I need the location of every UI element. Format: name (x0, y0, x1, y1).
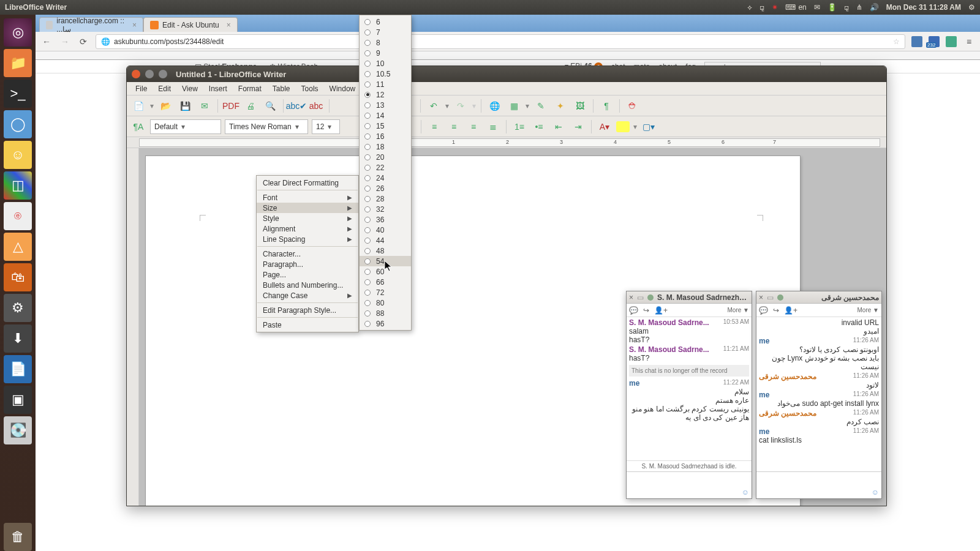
chat-more-button[interactable]: More ▼ (728, 307, 749, 313)
menu-format[interactable]: Format (233, 83, 266, 94)
window-close-button[interactable] (132, 70, 140, 78)
ctx-clear-formatting[interactable]: Clear Direct Formatting (257, 178, 358, 188)
address-bar[interactable]: 🌐 askubuntu.com/posts/234488/edit ☆ (96, 34, 905, 49)
emoji-icon[interactable]: ☺ (872, 488, 879, 497)
chromium-icon[interactable]: ◯ (4, 110, 32, 138)
extension-icon[interactable] (911, 36, 922, 47)
styles-icon[interactable]: ¶A (130, 119, 146, 135)
hyperlink-icon[interactable]: 🌐 (486, 98, 502, 114)
save-icon[interactable]: 💾 (177, 98, 193, 114)
preview-icon[interactable]: 🔍 (262, 98, 278, 114)
session-icon[interactable]: ⚙ (968, 3, 975, 12)
size-option-40[interactable]: 40 (360, 225, 411, 235)
ctx-page[interactable]: Page... (257, 269, 358, 280)
email-icon[interactable]: ✉ (197, 98, 213, 114)
size-option-11[interactable]: 11 (360, 79, 411, 89)
size-option-44[interactable]: 44 (360, 235, 411, 246)
dash-icon[interactable]: ◎ (4, 18, 32, 47)
ctx-font[interactable]: Font▶ (257, 192, 358, 203)
size-option-32[interactable]: 32 (360, 204, 411, 214)
chat-header[interactable]: × ▭ S. M. Masoud Sadrnezhaad (627, 291, 752, 304)
menu-table[interactable]: Table (268, 83, 295, 94)
size-option-66[interactable]: 66 (360, 277, 411, 287)
draw-icon[interactable]: ✎ (533, 98, 549, 114)
chat-bubble-icon[interactable]: 💬 (629, 306, 638, 315)
settings-icon[interactable]: ⚙ (4, 294, 32, 322)
files-icon[interactable]: 📁 (4, 49, 32, 77)
chat-add-icon[interactable]: 👤+ (654, 306, 668, 315)
dropbox-icon[interactable]: ⟡ (747, 3, 752, 12)
autospell-icon[interactable]: abc (308, 98, 324, 114)
ctx-edit-para-style[interactable]: Edit Paragraph Style... (257, 305, 358, 315)
chat-close-icon[interactable]: × (629, 293, 633, 302)
wifi-icon[interactable]: ⋔ (856, 3, 862, 12)
size-option-6[interactable]: 6 (360, 17, 411, 27)
size-option-24[interactable]: 24 (360, 173, 411, 183)
tab-close-icon[interactable]: × (227, 21, 231, 29)
chat-messages[interactable]: invalid URLامیدوme11:26 AMاوبونتو نصب کر… (756, 317, 881, 471)
increase-indent-icon[interactable]: ⇥ (570, 119, 586, 135)
help-icon[interactable]: ⛑ (625, 98, 641, 114)
chat-call-icon[interactable]: ↪ (773, 306, 779, 315)
decrease-indent-icon[interactable]: ⇤ (551, 119, 567, 135)
ctx-paste[interactable]: Paste (257, 320, 358, 330)
highlight-icon[interactable] (616, 121, 630, 132)
bluetooth2-icon[interactable]: ⚼ (844, 3, 849, 12)
size-option-10[interactable]: 10 (360, 58, 411, 69)
ctx-size[interactable]: Size▶ (257, 203, 358, 213)
terminal-icon[interactable]: >_ (4, 80, 32, 108)
bg-color-icon[interactable]: ▢▾ (641, 119, 657, 135)
size-option-36[interactable]: 36 (360, 214, 411, 225)
clock[interactable]: Mon Dec 31 11:28 AM (886, 3, 961, 12)
undo-icon[interactable]: ↶ (426, 98, 442, 114)
navigator-icon[interactable]: ✦ (552, 98, 568, 114)
window-minimize-button[interactable] (145, 70, 154, 78)
chat-popout-icon[interactable]: ▭ (637, 293, 644, 302)
nonprinting-icon[interactable]: ¶ (598, 98, 614, 114)
ctx-character[interactable]: Character... (257, 249, 358, 259)
size-option-28[interactable]: 28 (360, 193, 411, 204)
chat-messages[interactable]: S. M. Masoud Sadrne...10:53 AMsalamhasT?… (627, 317, 752, 460)
tab-close-icon[interactable]: × (132, 21, 137, 29)
size-option-12[interactable]: 12 (360, 89, 411, 100)
ctx-line-spacing[interactable]: Line Spacing▶ (257, 234, 358, 244)
chat-input[interactable]: ☺ (627, 471, 752, 498)
app-icon-1[interactable]: ☺ (4, 141, 32, 169)
ctx-change-case[interactable]: Change Case▶ (257, 290, 358, 301)
align-justify-icon[interactable]: ≣ (485, 119, 501, 135)
size-option-48[interactable]: 48 (360, 246, 411, 256)
table-icon[interactable]: ▦ (506, 98, 522, 114)
battery-icon[interactable]: 🔋 (827, 3, 837, 12)
writer-icon[interactable]: 📄 (4, 355, 32, 383)
new-doc-icon[interactable]: 📄 (130, 98, 146, 114)
size-option-14[interactable]: 14 (360, 110, 411, 121)
bug-icon[interactable]: ✷ (772, 3, 778, 12)
mail-icon[interactable]: ✉ (814, 3, 820, 12)
menu-edit[interactable]: Edit (153, 83, 176, 94)
gallery-icon[interactable]: 🖼 (572, 98, 588, 114)
font-size-combo[interactable]: 12▾ (312, 119, 340, 134)
ctx-style[interactable]: Style▶ (257, 213, 358, 223)
workspace-icon[interactable]: ▣ (4, 386, 32, 414)
size-option-22[interactable]: 22 (360, 162, 411, 173)
redo-icon[interactable]: ↷ (453, 98, 469, 114)
software-center-icon[interactable]: 🛍 (4, 263, 32, 291)
ctx-bullets[interactable]: Bullets and Numbering... (257, 280, 358, 290)
browser-tab[interactable]: irancellcharge.com :: ...سا × (39, 17, 143, 32)
size-option-20[interactable]: 20 (360, 152, 411, 162)
chat-add-icon[interactable]: 👤+ (784, 306, 797, 315)
chat-input[interactable]: ☺ (756, 471, 881, 498)
app-icon-3[interactable]: ⓔ (4, 202, 32, 230)
window-maximize-button[interactable] (159, 70, 167, 78)
forward-button[interactable]: → (59, 36, 71, 48)
align-right-icon[interactable]: ≡ (466, 119, 481, 135)
ctx-alignment[interactable]: Alignment▶ (257, 223, 358, 234)
vertical-ruler[interactable] (127, 148, 139, 506)
chat-header[interactable]: × ▭ محمدحسین شرقی (756, 291, 881, 304)
trash-icon[interactable]: 🗑 (4, 523, 32, 551)
size-option-72[interactable]: 72 (360, 287, 411, 298)
wrench-icon[interactable]: ≡ (963, 36, 975, 48)
size-option-26[interactable]: 26 (360, 183, 411, 193)
extension-icon[interactable] (946, 36, 957, 47)
size-option-10.5[interactable]: 10.5 (360, 69, 411, 79)
